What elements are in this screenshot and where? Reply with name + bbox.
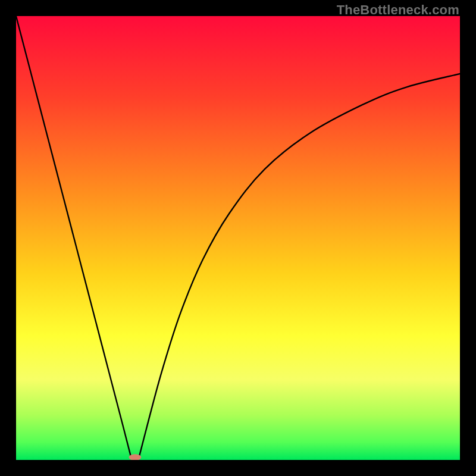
- chart-svg: [16, 16, 460, 460]
- plot-area: [16, 16, 460, 460]
- chart-frame: TheBottleneck.com: [0, 0, 476, 476]
- gradient-background: [16, 16, 460, 460]
